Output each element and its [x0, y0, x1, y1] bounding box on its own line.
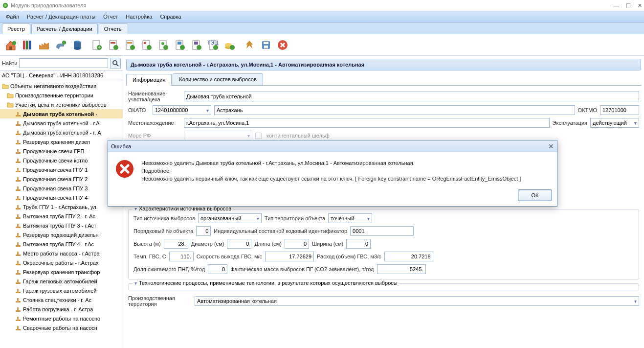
tree-item[interactable]: Труба ГПУ 1 - г.Астрахань, ул.: [0, 202, 123, 211]
svg-rect-67: [17, 214, 19, 218]
type-terr-select[interactable]: точечный: [328, 213, 372, 223]
tree-item[interactable]: Резервуар хранения дизел: [0, 137, 123, 146]
tb-books[interactable]: [20, 37, 35, 53]
tree-item[interactable]: Продувочная свеча ГПУ 3: [0, 184, 123, 193]
tb-pipe[interactable]: [53, 37, 68, 53]
flow-input[interactable]: [384, 252, 433, 261]
tb-barrel[interactable]: [69, 37, 85, 53]
tree-item[interactable]: Место работы насоса - г.Астра: [0, 249, 123, 258]
tb-factory[interactable]: [36, 37, 52, 53]
tree-item[interactable]: Гараж легковых автомобилей: [0, 277, 123, 286]
close-window-button[interactable]: ✕: [638, 2, 642, 9]
company-row[interactable]: АО "ТЭЦ - Северная" - ИНН 3018013286: [0, 71, 123, 80]
find-input[interactable]: [19, 58, 108, 68]
prod-terr-select[interactable]: Автоматизированная котельная: [195, 296, 639, 306]
tab-reports[interactable]: Отчеты: [99, 23, 128, 34]
tab-calc[interactable]: Расчеты / Декларации: [31, 23, 98, 34]
name-input[interactable]: [184, 92, 639, 101]
tb-doc6[interactable]: [172, 37, 188, 53]
dialog-text: Невозможно удалить Дымовая труба котельн…: [141, 159, 521, 183]
tb-doc2[interactable]: [106, 37, 121, 53]
loc-input[interactable]: [184, 118, 550, 128]
toolbar: + ТЭЦ: [0, 34, 644, 56]
svg-point-10: [74, 47, 81, 50]
expl-select[interactable]: действующий: [590, 118, 639, 128]
maximize-button[interactable]: ☐: [626, 2, 631, 9]
svg-rect-53: [17, 149, 19, 153]
name-label: Наименование: [128, 91, 181, 96]
tb-doc-tec[interactable]: ТЭЦ: [205, 37, 221, 53]
chevron-down-icon[interactable]: ▾: [134, 280, 137, 286]
shelf-checkbox[interactable]: [255, 133, 262, 139]
tree-item[interactable]: Резервуар хранения трансфор: [0, 267, 123, 277]
tree-item[interactable]: Дымовая труба котельной - г. А: [0, 128, 123, 137]
dialog-ok-button[interactable]: ОК: [518, 189, 552, 201]
sea-select[interactable]: [184, 131, 252, 140]
oktmo-input[interactable]: [600, 105, 639, 115]
tab-info[interactable]: Информация: [126, 74, 172, 86]
tree-item[interactable]: Продувочная свеча ГПУ 2: [0, 174, 123, 184]
okato-city-input[interactable]: [214, 105, 575, 115]
okato-select[interactable]: 12401000000: [153, 105, 211, 115]
minimize-button[interactable]: —: [614, 2, 619, 9]
svg-point-16: [113, 45, 118, 50]
tree-item[interactable]: Дымовая труба котельной - г.А: [0, 118, 123, 128]
pipe-icon: [15, 325, 22, 331]
svg-line-43: [116, 64, 118, 66]
tree-item[interactable]: Продувочные свечи котло: [0, 156, 123, 165]
svg-rect-27: [178, 42, 181, 45]
tree-item[interactable]: Ремонтные работы на насосно: [0, 314, 123, 323]
tree-item[interactable]: Вытяжная труба ГПУ 3 - г.Аст: [0, 221, 123, 230]
tree-item[interactable]: Дымовая труба котельной -: [0, 109, 123, 118]
tb-home[interactable]: [3, 37, 19, 53]
tree-item[interactable]: Работа погрузчика - г. Астра: [0, 304, 123, 314]
tb-save[interactable]: [258, 37, 274, 53]
tree-item[interactable]: Продувочная свеча ГПУ 1: [0, 165, 123, 174]
tree-item[interactable]: Окрасочные работы - г.Астрах: [0, 258, 123, 267]
tree-l1a[interactable]: Производственные территории: [0, 91, 123, 100]
len-input[interactable]: [285, 239, 309, 249]
tb-doc4[interactable]: [139, 37, 155, 53]
svg-rect-18: [127, 42, 132, 44]
tb-doc3[interactable]: [122, 37, 138, 53]
tree-item[interactable]: Вытяжная труба ГПУ 4 - г.Ас: [0, 239, 123, 249]
find-button[interactable]: [110, 58, 121, 69]
menu-settings[interactable]: Настройка: [123, 12, 155, 21]
ord-input[interactable]: [196, 226, 211, 236]
ind-input[interactable]: [350, 226, 414, 236]
menu-help[interactable]: Справка: [157, 12, 184, 21]
tree-item[interactable]: Продувочные свечи ГРП -: [0, 146, 123, 156]
speed-input[interactable]: [265, 252, 314, 261]
tree-item[interactable]: Сварочные работы на насосн: [0, 323, 123, 332]
mass-input[interactable]: [377, 264, 426, 274]
tree-root[interactable]: Объекты негативного воздействия: [0, 81, 123, 91]
tab-emissions[interactable]: Количество и состав выбросов: [173, 73, 263, 85]
tree-l1b[interactable]: Участки, цеха и источники выбросов: [0, 100, 123, 109]
tree-item[interactable]: Гараж грузовых автомобилей: [0, 286, 123, 295]
chevron-down-icon[interactable]: ▾: [134, 206, 137, 211]
diam-input[interactable]: [227, 239, 251, 249]
type-src-select[interactable]: организованный: [198, 213, 262, 223]
menu-file[interactable]: Файл: [3, 12, 22, 21]
tb-doc7[interactable]: [189, 37, 204, 53]
tab-registry[interactable]: Реестр: [2, 23, 30, 34]
width-input[interactable]: [346, 239, 371, 249]
tb-doc5[interactable]: [155, 37, 171, 53]
menu-calc[interactable]: Расчет / Декларация платы: [24, 12, 98, 21]
png-input[interactable]: [208, 264, 227, 274]
tree-item[interactable]: Стоянка спецтехники - г. Ас: [0, 295, 123, 304]
tree-item[interactable]: Вытяжная труба ГПУ 2 - г. Ас: [0, 211, 123, 221]
tree-item[interactable]: Резервуар подающий дизельн: [0, 230, 123, 239]
height-input[interactable]: [164, 239, 188, 249]
dialog-close-button[interactable]: ✕: [548, 142, 554, 150]
temp-input[interactable]: [169, 252, 194, 261]
tree-item[interactable]: Продувочная свеча ГПУ 4: [0, 193, 123, 202]
tb-doc1[interactable]: +: [89, 37, 105, 53]
pipe-icon: [15, 213, 22, 220]
menu-report[interactable]: Отчет: [100, 12, 121, 21]
tb-coins[interactable]: [222, 37, 238, 53]
tb-eagle[interactable]: [242, 37, 257, 53]
tb-delete[interactable]: [275, 37, 290, 53]
svg-point-24: [161, 42, 164, 45]
pipe-icon: [15, 297, 22, 303]
